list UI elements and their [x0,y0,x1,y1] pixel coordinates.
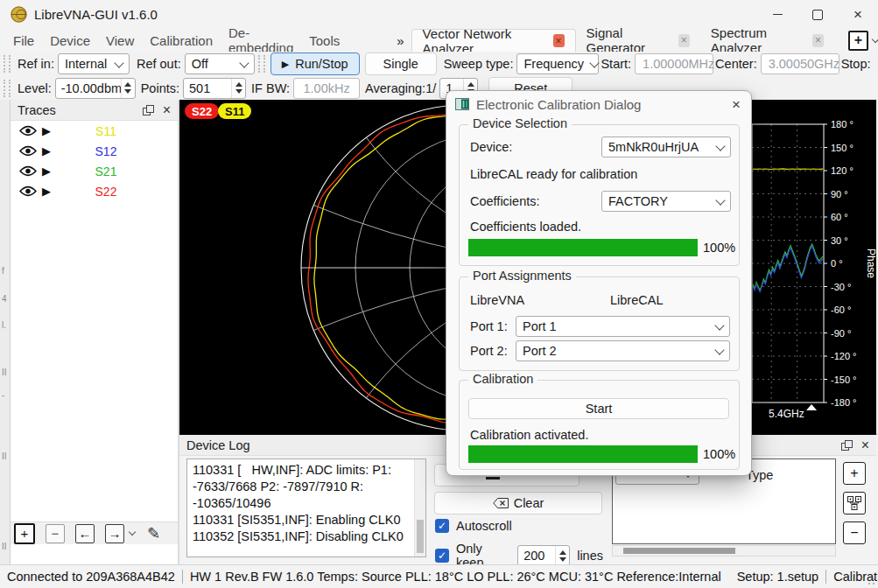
trace-row-s21[interactable]: ▶S21 [11,161,178,181]
edit-trace-button[interactable]: ✎ [147,524,160,543]
sweep-type-select[interactable]: Frequency [516,53,599,74]
resize-grip[interactable] [864,574,874,584]
export-traces-button[interactable]: → [105,524,124,543]
level-value: -10.00dbm [56,79,121,98]
menu-item-device[interactable]: Device [42,33,98,48]
float-panel-icon[interactable] [841,440,853,451]
trace-visibility-eye-icon[interactable] [19,145,42,157]
ifbw-value: 1.00kHz [303,81,349,95]
chevron-down-icon [114,58,123,67]
tab-close-icon[interactable]: × [812,34,824,47]
center-frequency-field[interactable]: 3.00050GHz [761,53,839,74]
tab-close-icon[interactable]: × [678,34,690,47]
ref-out-value: Off [192,57,208,71]
trace-row-s12[interactable]: ▶S12 [11,141,178,161]
sweep-toolbar: Ref in: Internal Ref out: Off ▶Run/Stop … [0,52,878,77]
trace-label[interactable]: S22 [75,185,137,199]
trace-play-icon[interactable]: ▶ [42,185,63,198]
trace-row-s11[interactable]: ▶S11 [11,121,178,141]
tab-close-icon[interactable]: × [553,34,565,47]
menu-overflow-button[interactable]: » [397,29,404,52]
increment-icon[interactable] [559,550,566,555]
menu-item-tools[interactable]: Tools [301,33,348,48]
increment-icon[interactable] [235,82,242,87]
add-tab-button[interactable]: + [848,29,878,52]
marker-group-button[interactable] [843,492,866,514]
trace-row-s22[interactable]: ▶S22 [11,181,178,201]
decrement-icon[interactable] [559,557,566,562]
start-frequency-field[interactable]: 1.00000MHz [635,53,713,74]
menu-items: FileDeviceViewCalibrationDe-embeddingToo… [0,29,348,52]
level-stepper[interactable]: -10.00dbm [55,78,136,99]
trace-play-icon[interactable]: ▶ [42,124,63,137]
keep-lines-suffix: lines [577,549,603,563]
tab-vector-network-analyzer[interactable]: Vector Network Analyzer× [411,29,576,52]
port1-select[interactable]: Port 1 [516,316,730,337]
points-label: Points: [141,81,179,95]
decrement-icon[interactable] [235,89,242,94]
toolbar-handle[interactable] [4,80,11,97]
ref-in-select[interactable]: Internal [58,53,130,74]
close-panel-icon[interactable]: × [163,103,171,117]
menu-item-file[interactable]: File [5,33,42,48]
tab-signal-generator[interactable]: Signal Generator× [576,29,700,52]
dialog-close-icon[interactable]: × [732,96,741,114]
port2-select[interactable]: Port 2 [516,340,730,361]
log-scrollbar[interactable] [414,459,425,556]
dialog-titlebar[interactable]: Electronic Calibration Dialog × [446,91,751,117]
run-stop-button[interactable]: ▶Run/Stop [270,52,360,75]
single-button[interactable]: Single [365,52,437,75]
remove-trace-button[interactable]: − [46,524,65,543]
markers-hscrollbar[interactable] [612,545,836,556]
minimize-icon [773,14,783,15]
coefficients-value: FACTORY [608,194,668,208]
autoscroll-checkbox[interactable]: ✓ [435,519,449,533]
menu-item-view[interactable]: View [98,33,142,48]
start-calibration-button[interactable]: Start [468,398,729,419]
trace-visibility-eye-icon[interactable] [19,125,42,136]
trace-label[interactable]: S21 [75,164,137,178]
menu-item-de-embedding[interactable]: De-embedding [221,25,301,55]
marker-hierarchy-icon [846,495,862,511]
device-log-view[interactable]: 110331 [ HW,INF]: ADC limits: P1: -7633/… [186,458,426,557]
toolbar-handle[interactable] [258,55,265,73]
float-panel-icon[interactable] [143,105,154,116]
trace-label[interactable]: S11 [75,124,137,138]
decrement-icon[interactable] [124,89,131,94]
points-stepper[interactable]: 501 [183,78,246,99]
coefficients-select[interactable]: FACTORY [601,191,731,212]
keep-lines-checkbox[interactable]: ✓ [435,549,449,563]
close-panel-icon[interactable]: × [861,438,869,452]
ifbw-field[interactable]: 1.00kHz [293,78,360,99]
close-button[interactable]: × [838,0,878,29]
markers-hscrollbar-thumb[interactable] [623,548,735,554]
remove-marker-button[interactable]: − [843,522,866,544]
increment-icon[interactable] [467,82,474,87]
device-select[interactable]: 5mNkR0uHrjUA [601,136,731,158]
add-trace-button[interactable]: + [14,523,35,544]
electronic-calibration-dialog: Electronic Calibration Dialog × Device S… [446,90,752,476]
ref-in-label: Ref in: [18,57,54,71]
trace-play-icon[interactable]: ▶ [42,144,63,158]
trace-badge-s11[interactable]: S11 [218,103,251,119]
status-bar: Connected to 209A368A4B42HW 1 Rev.B FW 1… [0,564,878,588]
trace-visibility-eye-icon[interactable] [19,186,42,197]
keep-lines-stepper[interactable]: 200 [517,545,570,566]
log-scrollbar-thumb[interactable] [417,520,424,553]
svg-text:180 °: 180 ° [831,119,853,130]
menu-item-calibration[interactable]: Calibration [142,33,221,48]
trace-visibility-eye-icon[interactable] [19,165,42,177]
trace-play-icon[interactable]: ▶ [42,164,63,178]
toolbar-handle[interactable] [4,55,11,73]
trace-badge-s22[interactable]: S22 [185,103,219,119]
increment-icon[interactable] [124,82,131,87]
add-marker-button[interactable]: + [843,462,866,485]
import-traces-button[interactable]: ← [75,524,95,543]
trace-label[interactable]: S12 [75,144,137,158]
tab-spectrum-analyzer[interactable]: Spectrum Analyzer× [700,29,834,52]
ref-out-select[interactable]: Off [185,53,255,74]
phase-plot[interactable]: 180 °150 °120 °90 °60 °30 °0 °-30 °-60 °… [748,100,876,435]
averaging-label: Averaging:1/ [365,81,436,95]
clear-log-button[interactable]: Clear [434,492,602,514]
export-traces-button-chevron-icon[interactable] [129,528,136,536]
